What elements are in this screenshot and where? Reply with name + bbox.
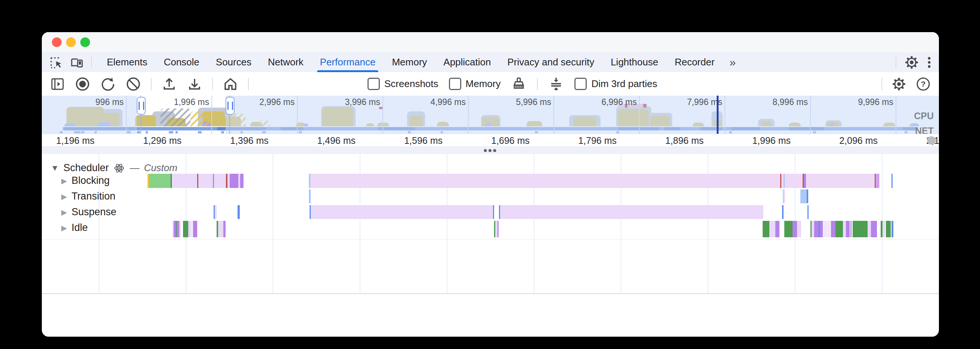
toggle-sidebar-icon[interactable] [50, 76, 65, 92]
flame-segment[interactable] [804, 174, 806, 188]
tab-recorder[interactable]: Recorder [666, 52, 723, 72]
expand-triangle-icon[interactable]: ▶ [61, 208, 67, 217]
flame-segment[interactable] [500, 205, 764, 219]
timeline-playhead[interactable] [717, 96, 719, 134]
tab-performance[interactable]: Performance [312, 52, 384, 72]
flame-segment[interactable] [868, 221, 871, 237]
flame-segment[interactable] [218, 221, 223, 237]
tab-lighthouse[interactable]: Lighthouse [602, 52, 666, 72]
more-tabs-button[interactable]: » [723, 56, 743, 69]
flame-segment[interactable] [149, 174, 171, 188]
tab-privacy-and-security[interactable]: Privacy and security [500, 52, 603, 72]
flame-segment[interactable] [800, 190, 807, 203]
tab-network[interactable]: Network [259, 52, 312, 72]
flame-segment[interactable] [823, 221, 831, 237]
download-profile-icon[interactable] [187, 76, 202, 92]
track-row-idle[interactable]: ▶Idle [61, 222, 88, 234]
tab-elements[interactable]: Elements [99, 52, 155, 72]
capture-settings-gear-icon[interactable] [892, 77, 906, 91]
flame-segment[interactable] [875, 174, 876, 188]
collapse-timeline-icon[interactable] [548, 76, 564, 92]
flame-segment[interactable] [230, 174, 238, 188]
home-icon[interactable] [223, 76, 238, 92]
tab-sources[interactable]: Sources [208, 52, 259, 72]
memory-checkbox-row[interactable]: Memory [449, 78, 501, 90]
flame-segment[interactable] [807, 205, 808, 219]
flame-segment[interactable] [831, 221, 835, 237]
expand-triangle-icon[interactable]: ▶ [61, 192, 67, 201]
expand-triangle-icon[interactable]: ▶ [61, 223, 67, 233]
flame-segment[interactable] [193, 221, 197, 237]
flame-segment[interactable] [886, 221, 891, 237]
flame-segment[interactable] [782, 205, 784, 219]
flame-segment[interactable] [807, 190, 808, 203]
flame-segment[interactable] [240, 174, 243, 188]
flame-chart[interactable]: ▼ Scheduler — Custom ▶Blocking▶Transitio… [42, 154, 939, 294]
flame-segment[interactable] [177, 221, 179, 237]
inspect-element-icon[interactable] [50, 56, 63, 69]
help-icon[interactable]: ? [916, 76, 931, 92]
tab-application[interactable]: Application [435, 52, 499, 72]
minimize-window-button[interactable] [66, 37, 76, 47]
flame-segment[interactable] [311, 205, 493, 219]
upload-profile-icon[interactable] [161, 76, 177, 92]
settings-gear-icon[interactable] [905, 55, 919, 70]
flame-segment[interactable] [891, 174, 892, 188]
selection-left-handle[interactable] [137, 97, 146, 115]
flame-segment[interactable] [226, 174, 228, 188]
flame-segment[interactable] [784, 174, 785, 188]
flame-segment[interactable] [846, 221, 850, 237]
screenshots-checkbox-row[interactable]: Screenshots [368, 78, 439, 90]
clear-icon[interactable] [126, 76, 141, 92]
flame-segment[interactable] [213, 174, 214, 188]
ruler-scroll-thumb[interactable] [927, 136, 936, 145]
flame-segment[interactable] [498, 221, 499, 237]
flame-segment[interactable] [493, 205, 494, 219]
flame-segment[interactable] [843, 221, 846, 237]
flame-segment[interactable] [871, 221, 877, 237]
tab-memory[interactable]: Memory [383, 52, 435, 72]
flame-segment[interactable] [780, 174, 781, 188]
flame-segment[interactable] [310, 174, 880, 188]
flame-segment[interactable] [309, 190, 311, 203]
flame-segment[interactable] [811, 221, 814, 237]
flame-segment[interactable] [769, 221, 775, 237]
flame-segment[interactable] [883, 221, 885, 237]
collapse-triangle-icon[interactable]: ▼ [51, 163, 59, 173]
flame-segment[interactable] [183, 221, 188, 237]
close-window-button[interactable] [52, 37, 62, 47]
flame-segment[interactable] [179, 221, 181, 237]
flame-segment[interactable] [820, 221, 823, 237]
flame-segment[interactable] [814, 221, 819, 237]
flame-segment[interactable] [215, 205, 216, 219]
record-icon[interactable] [75, 76, 91, 92]
flame-segment[interactable] [237, 205, 240, 219]
reload-record-icon[interactable] [100, 76, 116, 92]
flame-segment[interactable] [891, 221, 893, 237]
flame-segment[interactable] [223, 221, 226, 237]
flame-segment[interactable] [835, 221, 843, 237]
flame-segment[interactable] [775, 221, 780, 237]
expand-triangle-icon[interactable]: ▶ [61, 176, 67, 185]
flame-segment[interactable] [792, 221, 797, 237]
track-row-suspense[interactable]: ▶Suspense [61, 206, 116, 218]
device-toolbar-icon[interactable] [70, 56, 84, 69]
kebab-menu-icon[interactable] [927, 55, 931, 70]
flame-segment[interactable] [191, 221, 193, 237]
flame-segment[interactable] [853, 221, 868, 237]
memory-checkbox[interactable] [449, 78, 461, 90]
track-row-blocking[interactable]: ▶Blocking [61, 175, 110, 186]
selection-right-handle[interactable] [226, 97, 235, 115]
zoom-window-button[interactable] [80, 37, 90, 47]
flame-segment[interactable] [784, 190, 785, 203]
flame-segment[interactable] [763, 221, 769, 237]
flame-segment[interactable] [784, 221, 792, 237]
flame-segment[interactable] [876, 174, 879, 188]
dim-3rd-parties-checkbox[interactable] [574, 78, 587, 90]
screenshots-checkbox[interactable] [368, 78, 380, 90]
timeline-overview[interactable]: CPU NET 996 ms1,996 ms2,996 ms3,996 ms4,… [42, 96, 939, 134]
flame-segment[interactable] [850, 221, 851, 237]
panel-resize-handle[interactable]: ••• [42, 147, 939, 155]
track-row-transition[interactable]: ▶Transition [61, 191, 115, 202]
dim-3rd-parties-checkbox-row[interactable]: Dim 3rd parties [574, 78, 657, 90]
